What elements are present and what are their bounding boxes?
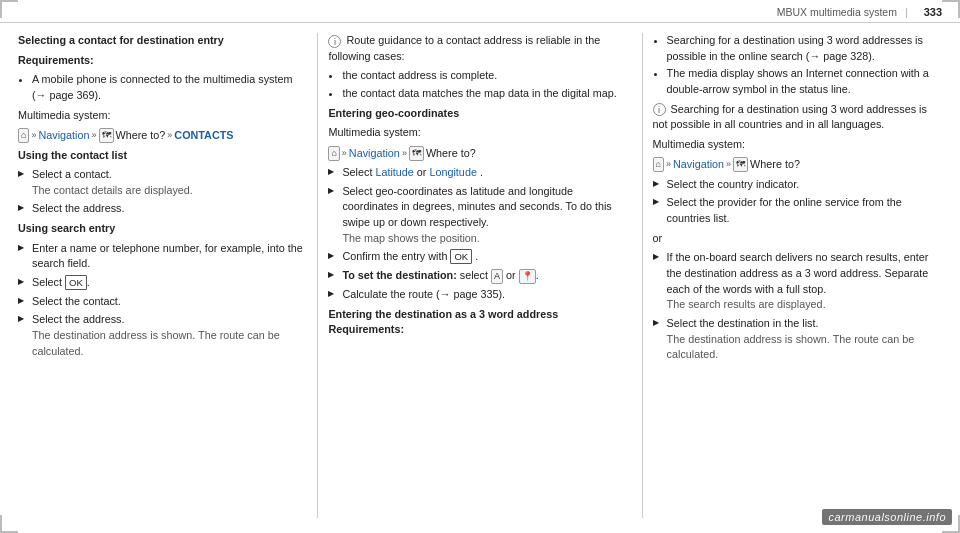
- contact-step1: Select a contact. The contact details ar…: [18, 167, 307, 198]
- geo-step4: Calculate the route (→ page 335).: [328, 287, 631, 303]
- watermark: carmanualsonline.info: [822, 509, 952, 525]
- home-icon-right: ⌂: [653, 157, 664, 172]
- geo-step3: Confirm the entry with OK .: [328, 249, 631, 265]
- map-icon-mid: 🗺: [409, 146, 424, 161]
- system-name: MBUX multimedia system: [777, 6, 897, 18]
- geo-step1: Select Latitude or Longitude .: [328, 165, 631, 181]
- left-column: Selecting a contact for destination entr…: [18, 33, 307, 518]
- info-circle-block: i Route guidance to a contact address is…: [328, 33, 631, 64]
- left-req-item1: A mobile phone is connected to the multi…: [32, 72, 307, 103]
- right-nav-path: ⌂ » Navigation » 🗺 Where to?: [653, 157, 800, 173]
- search-step3: Select the contact.: [18, 294, 307, 310]
- right-item1: Searching for a destination using 3 word…: [667, 33, 942, 64]
- entering-geo-title: Entering geo-coordinates: [328, 107, 459, 119]
- left-nav-path: ⌂ » Navigation » 🗺 Where to? » CONTACTS: [18, 128, 234, 144]
- search-step2: Select OK.: [18, 275, 307, 291]
- right-column: Searching for a destination using 3 word…: [653, 33, 942, 518]
- where-to-text: Where to?: [116, 128, 166, 144]
- left-main-title: Selecting a contact for destination entr…: [18, 34, 224, 46]
- info-item2: the contact data matches the map data in…: [342, 86, 631, 102]
- or-label: or: [653, 231, 942, 247]
- right-multimedia-label: Multimedia system:: [653, 137, 942, 153]
- info2-text: Searching for a destination using 3 word…: [653, 103, 927, 131]
- home-icon: ⌂: [18, 128, 29, 143]
- right-step1: Select the country indicator.: [653, 177, 942, 193]
- where-to-right: Where to?: [750, 157, 800, 173]
- ok-button-mid: OK: [450, 249, 472, 264]
- divider-mid-right: [642, 33, 643, 518]
- navigation-link: Navigation: [38, 128, 89, 144]
- content-area: Selecting a contact for destination entr…: [0, 23, 960, 528]
- contact-step1-detail: The contact details are displayed.: [32, 184, 193, 196]
- map-icon: 🗺: [99, 128, 114, 143]
- geo-map-text: The map shows the position.: [342, 232, 479, 244]
- mid-multimedia-label: Multimedia system:: [328, 125, 631, 141]
- left-multimedia-label: Multimedia system:: [18, 108, 307, 124]
- contact-step2: Select the address.: [18, 201, 307, 217]
- dest-shown-text: The destination address is shown. The ro…: [667, 333, 915, 361]
- corner-tr: [942, 0, 960, 18]
- geo-step2: Select geo-coordinates as latitude and l…: [328, 184, 631, 247]
- left-req-label: Requirements:: [18, 54, 94, 66]
- search-results-text: The search results are displayed.: [667, 298, 826, 310]
- using-contact-list-title: Using the contact list: [18, 149, 127, 161]
- right-if-text: If the on-board search delivers no searc…: [653, 250, 942, 313]
- info2-block: i Searching for a destination using 3 wo…: [653, 102, 942, 133]
- a-icon: A: [491, 269, 503, 284]
- mid-nav-path: ⌂ » Navigation » 🗺 Where to?: [328, 146, 475, 162]
- info-text1: Route guidance to a contact address is r…: [328, 34, 600, 62]
- using-search-title: Using search entry: [18, 222, 115, 234]
- location-icon: 📍: [519, 269, 536, 284]
- contacts-link: CONTACTS: [174, 128, 233, 144]
- page-number: 333: [924, 6, 942, 18]
- where-to-mid: Where to?: [426, 146, 476, 162]
- right-step2: Select the provider for the online servi…: [653, 195, 942, 226]
- corner-tl: [0, 0, 18, 18]
- search-step4: Select the address. The destination addr…: [18, 312, 307, 359]
- navigation-link-right: Navigation: [673, 157, 724, 173]
- navigation-link-mid: Navigation: [349, 146, 400, 162]
- geo-set-dest: To set the destination: select A or 📍.: [328, 268, 631, 284]
- mid-column: i Route guidance to a contact address is…: [328, 33, 631, 518]
- search-step1: Enter a name or telephone number, for ex…: [18, 241, 307, 272]
- right-item2: The media display shows an Internet conn…: [667, 66, 942, 97]
- divider-left-mid: [317, 33, 318, 518]
- entering-3word-title: Entering the destination as a 3 word add…: [328, 308, 558, 320]
- right-step3: Select the destination in the list. The …: [653, 316, 942, 363]
- map-icon-right: 🗺: [733, 157, 748, 172]
- home-icon-mid: ⌂: [328, 146, 339, 161]
- info-item1: the contact address is complete.: [342, 68, 631, 84]
- mid-req-label2: Requirements:: [328, 323, 404, 335]
- info-icon: i: [328, 35, 341, 48]
- info-icon2: i: [653, 103, 666, 116]
- page-header: MBUX multimedia system | 333: [0, 0, 960, 23]
- latitude-text: Latitude: [375, 166, 413, 178]
- search-step4-detail: The destination address is shown. The ro…: [32, 329, 280, 357]
- ok-button-left: OK: [65, 275, 87, 290]
- longitude-text: Longitude: [429, 166, 476, 178]
- corner-bl: [0, 515, 18, 533]
